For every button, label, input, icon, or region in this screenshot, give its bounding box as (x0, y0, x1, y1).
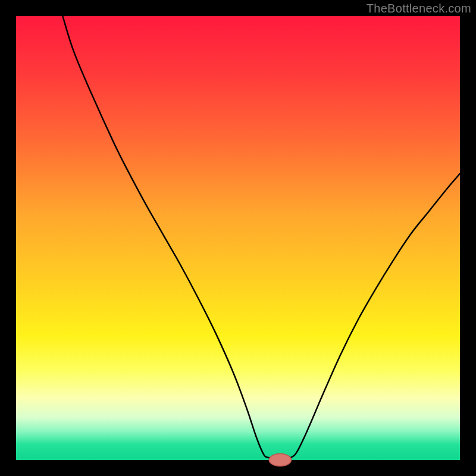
watermark-text: TheBottleneck.com (367, 2, 471, 15)
bottleneck-chart (0, 0, 476, 476)
optimal-marker (269, 454, 291, 466)
chart-frame: TheBottleneck.com (0, 0, 476, 476)
plot-background (16, 16, 460, 460)
